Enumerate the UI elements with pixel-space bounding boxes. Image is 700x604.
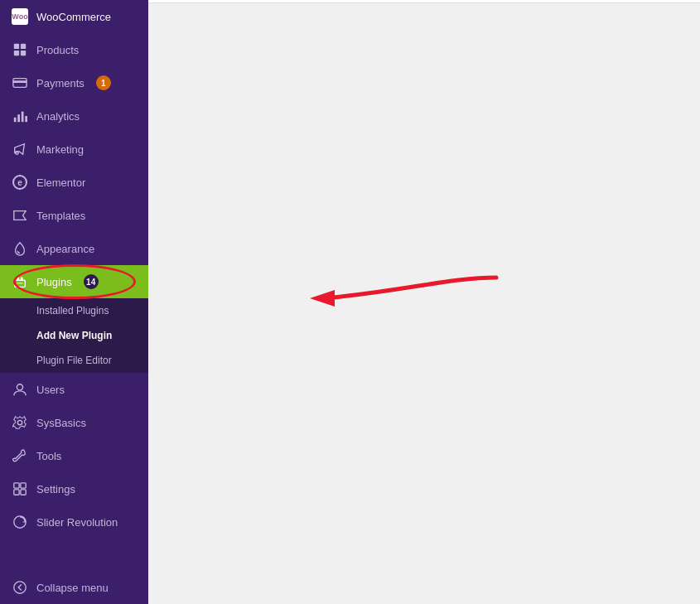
sidebar-item-appearance[interactable]: Appearance [0,232,148,265]
annotation-arrow-container [285,261,500,319]
svg-rect-7 [17,114,20,122]
payments-badge: 1 [96,75,111,90]
sidebar-item-label: Plugins [36,276,72,288]
products-icon [12,41,28,58]
analytics-icon [12,108,28,124]
woocommerce-icon: Woo [12,8,28,25]
plugins-icon [12,273,28,290]
sidebar-item-label: WooCommerce [36,11,111,23]
svg-rect-12 [17,278,19,282]
sidebar-item-label: Analytics [36,110,80,123]
sidebar-item-tools[interactable]: Tools [0,439,148,472]
svg-marker-23 [310,290,335,307]
sidebar-item-label: Collapse menu [36,582,109,594]
settings-icon [12,481,28,497]
svg-rect-2 [14,51,19,56]
svg-rect-6 [14,118,17,122]
svg-rect-1 [21,44,26,49]
sidebar-item-analytics[interactable]: Analytics [0,99,148,133]
svg-rect-8 [22,112,24,123]
sidebar-item-products[interactable]: Products [0,33,148,66]
collapse-menu-icon [12,579,28,596]
svg-point-16 [17,420,22,424]
sidebar-item-label: Users [36,384,65,396]
sidebar-item-label: Appearance [36,243,94,255]
svg-rect-13 [21,278,23,282]
elementor-icon: e [12,174,28,191]
sidebar-item-elementor[interactable]: e Elementor [0,166,148,199]
svg-point-22 [14,582,26,593]
svg-rect-20 [21,490,26,495]
sidebar-item-label: Elementor [36,176,85,189]
slider-revolution-icon [12,514,28,530]
svg-rect-3 [21,51,26,56]
svg-rect-5 [13,80,27,83]
sidebar-item-label: Marketing [36,143,84,156]
main-content [148,0,700,604]
marketing-icon [12,141,28,157]
payments-icon [12,75,28,91]
svg-rect-9 [25,116,27,122]
svg-point-15 [17,384,22,390]
sidebar-item-settings[interactable]: Settings [0,472,148,505]
sidebar-item-slider-revolution[interactable]: Slider Revolution [0,505,148,539]
appearance-icon [12,240,28,257]
svg-rect-19 [14,490,19,495]
tools-icon [12,447,28,464]
sidebar-item-label: Slider Revolution [36,516,118,529]
plugins-oval-highlight [13,264,136,299]
submenu-plugin-file-editor[interactable]: Plugin File Editor [0,348,148,373]
plugins-badge: 14 [84,274,99,289]
submenu-installed-plugins[interactable]: Installed Plugins [0,298,148,323]
users-icon [12,381,28,398]
sidebar-item-marketing[interactable]: Marketing [0,133,148,166]
sidebar: Woo WooCommerce Products Payments 1 [0,0,148,604]
sidebar-item-label: SysBasics [36,417,86,429]
top-bar-line [148,0,700,3]
sidebar-item-users[interactable]: Users [0,373,148,406]
svg-rect-0 [14,44,19,49]
sidebar-item-label: Settings [36,483,75,495]
templates-icon [12,207,28,224]
plugins-submenu: Installed Plugins Add New Plugin Plugin … [0,298,148,373]
sidebar-item-templates[interactable]: Templates [0,199,148,232]
submenu-add-new-plugin[interactable]: Add New Plugin [0,323,148,348]
sidebar-item-plugins[interactable]: Plugins 14 [0,265,148,298]
sidebar-item-label: Payments [36,77,84,89]
sidebar-item-payments[interactable]: Payments 1 [0,66,148,99]
sidebar-item-collapse-menu[interactable]: Collapse menu [0,571,148,604]
sidebar-item-label: Products [36,44,79,56]
sidebar-item-woocommerce[interactable]: Woo WooCommerce [0,0,148,33]
sidebar-item-label: Tools [36,450,61,462]
svg-rect-18 [21,483,26,488]
sidebar-item-label: Templates [36,210,85,222]
svg-point-10 [16,152,19,155]
sidebar-item-sysbasics[interactable]: SysBasics [0,406,148,439]
svg-rect-17 [14,483,19,488]
sysbasics-icon [12,414,28,431]
annotation-arrow [285,261,500,319]
